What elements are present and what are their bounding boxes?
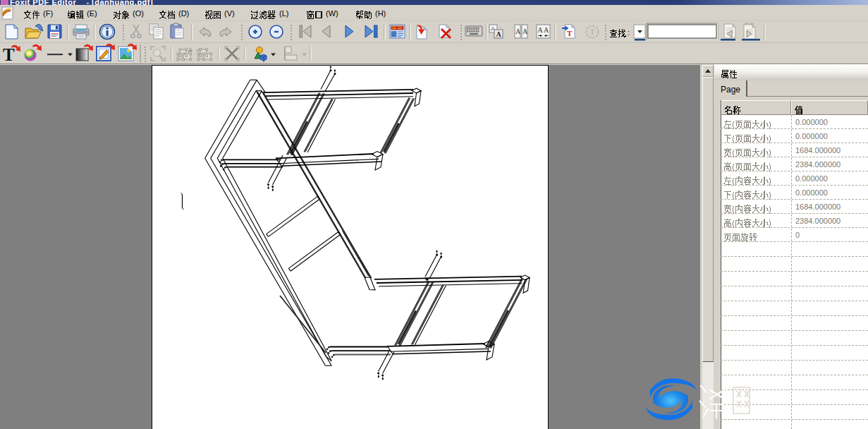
svg-text:A: A bbox=[496, 30, 502, 38]
svg-text:2384.000000: 2384.000000 bbox=[795, 217, 841, 225]
svg-text:1684.000000: 1684.000000 bbox=[795, 203, 841, 211]
svg-text:(H): (H) bbox=[375, 9, 386, 18]
svg-text:0.000000: 0.000000 bbox=[795, 132, 828, 140]
svg-text:0: 0 bbox=[795, 231, 800, 239]
svg-text:T: T bbox=[567, 29, 573, 37]
svg-text:A: A bbox=[544, 26, 549, 34]
svg-text:(W): (W) bbox=[326, 9, 338, 18]
svg-text:Page: Page bbox=[721, 85, 740, 95]
svg-text:0.000000: 0.000000 bbox=[795, 174, 828, 183]
svg-text:0.000000: 0.000000 bbox=[795, 118, 828, 126]
svg-text:1684.000000: 1684.000000 bbox=[795, 146, 841, 155]
svg-text:A: A bbox=[522, 28, 528, 35]
svg-text:Foxit PDF Editor - [danhuan: Foxit PDF Editor - [danhuang.pdf] bbox=[10, 0, 153, 6]
svg-text:0.000000: 0.000000 bbox=[795, 188, 828, 197]
svg-text:(L): (L) bbox=[279, 9, 288, 18]
svg-text:A: A bbox=[515, 28, 521, 35]
svg-text:2384.000000: 2384.000000 bbox=[795, 160, 841, 169]
svg-text:(D): (D) bbox=[178, 9, 189, 18]
svg-text:T: T bbox=[590, 28, 595, 36]
svg-text:(E): (E) bbox=[87, 9, 97, 18]
svg-text:T: T bbox=[3, 45, 15, 64]
svg-text:A: A bbox=[538, 26, 544, 34]
svg-text:(O): (O) bbox=[133, 9, 144, 18]
svg-text::: : bbox=[628, 28, 630, 37]
svg-text:(F): (F) bbox=[43, 9, 53, 18]
svg-text:(V): (V) bbox=[224, 9, 235, 18]
